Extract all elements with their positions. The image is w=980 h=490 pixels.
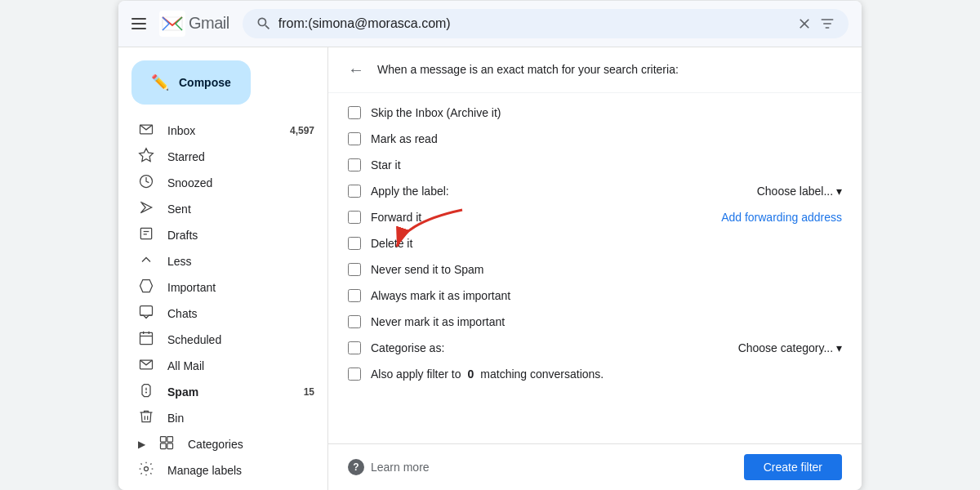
svg-rect-16 <box>167 436 173 442</box>
sidebar-item-inbox[interactable]: Inbox4,597 <box>118 118 327 144</box>
label-star-it: Star it <box>371 158 842 172</box>
gmail-label: Gmail <box>189 14 229 33</box>
svg-rect-7 <box>140 305 153 315</box>
sidebar-item-scheduled[interactable]: Scheduled <box>118 327 327 353</box>
sidebar-item-important[interactable]: Important <box>118 274 327 301</box>
checkbox-apply-label[interactable] <box>348 185 361 198</box>
back-arrow-icon[interactable]: ← <box>348 60 364 79</box>
svg-point-14 <box>146 392 147 393</box>
checkbox-never-important[interactable] <box>348 315 361 328</box>
top-bar: Gmail <box>118 1 862 47</box>
sidebar-nav: Inbox4,597StarredSnoozedSentDraftsLessIm… <box>118 118 327 483</box>
sidebar-item-sent[interactable]: Sent <box>118 196 327 222</box>
sidebar-item-spam[interactable]: Spam15 <box>118 379 327 405</box>
expand-arrow-icon: ▶ <box>138 439 145 450</box>
compose-button[interactable]: ✏️ Compose <box>131 60 251 105</box>
compose-pencil-icon: ✏️ <box>151 74 169 91</box>
question-icon: ? <box>348 459 364 475</box>
checkbox-mark-read[interactable] <box>348 132 361 145</box>
checkbox-forward-it[interactable] <box>348 211 361 224</box>
label-delete-it: Delete it <box>371 237 842 250</box>
gmail-logo: Gmail <box>159 11 229 37</box>
svg-rect-18 <box>167 443 173 448</box>
dropdown-apply-label[interactable]: Choose label... ▾ <box>757 185 842 198</box>
svg-point-19 <box>145 466 149 470</box>
sidebar-item-bin[interactable]: Bin <box>118 405 327 431</box>
compose-label: Compose <box>179 76 231 89</box>
filter-option-star-it: Star it <box>348 152 842 178</box>
search-icon <box>256 16 272 32</box>
checkbox-also-apply[interactable] <box>348 368 361 381</box>
sidebar-item-label-spam: Spam <box>167 385 291 399</box>
sidebar-item-label-snoozed: Snoozed <box>167 176 314 189</box>
sidebar-item-label-chats: Chats <box>167 307 314 320</box>
label-never-spam: Never send it to Spam <box>371 263 842 276</box>
less-icon <box>138 252 154 271</box>
suffix-also-apply: matching conversations. <box>480 368 604 381</box>
checkbox-star-it[interactable] <box>348 158 361 172</box>
sidebar-item-chats[interactable]: Chats <box>118 301 327 327</box>
snooze-icon <box>138 173 154 193</box>
inbox-icon <box>138 121 154 140</box>
sidebar-item-label-less: Less <box>167 255 314 268</box>
checkbox-categorise[interactable] <box>348 341 361 354</box>
bold-also-apply: 0 <box>468 368 474 381</box>
checkbox-delete-it[interactable] <box>348 237 361 250</box>
label-categorise: Categorise as: <box>371 341 725 354</box>
create-filter-button[interactable]: Create filter <box>744 454 842 480</box>
sidebar: ✏️ Compose Inbox4,597StarredSnoozedSentD… <box>118 47 327 490</box>
hamburger-icon[interactable] <box>131 18 146 29</box>
label-always-important: Always mark it as important <box>371 289 842 302</box>
sidebar-item-categories[interactable]: ▶Categories <box>118 431 327 457</box>
sidebar-item-managelabels[interactable]: Manage labels <box>118 457 327 483</box>
sidebar-item-count-inbox: 4,597 <box>290 125 314 136</box>
label-also-apply: Also apply filter to0 matching conversat… <box>371 368 842 381</box>
filter-option-delete-it: Delete it <box>348 230 842 256</box>
sidebar-item-label-starred: Starred <box>167 150 314 163</box>
draft-icon <box>138 225 154 245</box>
link-forward-it[interactable]: Add forwarding address <box>721 211 842 224</box>
star-icon <box>138 147 154 167</box>
filter-option-categorise: Categorise as:Choose category... ▾ <box>348 335 842 361</box>
sidebar-item-label-sent: Sent <box>167 203 314 216</box>
dropdown-categorise[interactable]: Choose category... ▾ <box>738 341 842 354</box>
sidebar-item-label-scheduled: Scheduled <box>167 333 314 346</box>
filter-option-apply-label: Apply the label:Choose label... ▾ <box>348 178 842 204</box>
sidebar-item-starred[interactable]: Starred <box>118 144 327 170</box>
sidebar-item-allmail[interactable]: All Mail <box>118 353 327 379</box>
sidebar-item-snoozed[interactable]: Snoozed <box>118 170 327 196</box>
search-bar <box>243 9 849 38</box>
filter-option-mark-read: Mark as read <box>348 126 842 152</box>
label-never-important: Never mark it as important <box>371 315 842 328</box>
filter-option-always-important: Always mark it as important <box>348 283 842 309</box>
main-content: ✏️ Compose Inbox4,597StarredSnoozedSentD… <box>118 47 862 490</box>
sidebar-item-drafts[interactable]: Drafts <box>118 222 327 248</box>
sidebar-item-label-managelabels: Manage labels <box>167 464 314 477</box>
chat-icon <box>138 304 154 323</box>
label-icon <box>138 278 154 297</box>
label-skip-inbox: Skip the Inbox (Archive it) <box>371 106 842 119</box>
checkbox-always-important[interactable] <box>348 289 361 302</box>
learn-more-link[interactable]: ? Learn more <box>348 459 430 475</box>
svg-marker-2 <box>140 148 154 161</box>
delete-icon <box>138 408 154 428</box>
gmail-window: Gmail ✏️ Compose Inbox4,597StarredS <box>118 1 862 490</box>
search-input[interactable] <box>278 16 790 31</box>
gmail-m-icon <box>159 11 185 37</box>
category-icon <box>158 434 175 454</box>
filter-option-forward-it: Forward itAdd forwarding address <box>348 204 842 230</box>
checkbox-never-spam[interactable] <box>348 263 361 276</box>
allmail-icon <box>138 356 154 376</box>
label-mark-read: Mark as read <box>371 132 842 145</box>
svg-rect-17 <box>161 443 167 448</box>
sidebar-item-less[interactable]: Less <box>118 248 327 274</box>
close-search-icon[interactable] <box>796 16 813 32</box>
filter-search-icon[interactable] <box>819 16 835 32</box>
sidebar-item-label-bin: Bin <box>167 412 314 425</box>
filter-option-never-important: Never mark it as important <box>348 309 842 335</box>
sidebar-item-label-categories: Categories <box>188 438 314 451</box>
checkbox-skip-inbox[interactable] <box>348 106 361 119</box>
filter-header: ← When a message is an exact match for y… <box>328 47 862 93</box>
learn-more-label: Learn more <box>371 461 430 474</box>
sidebar-item-count-spam: 15 <box>304 386 314 398</box>
